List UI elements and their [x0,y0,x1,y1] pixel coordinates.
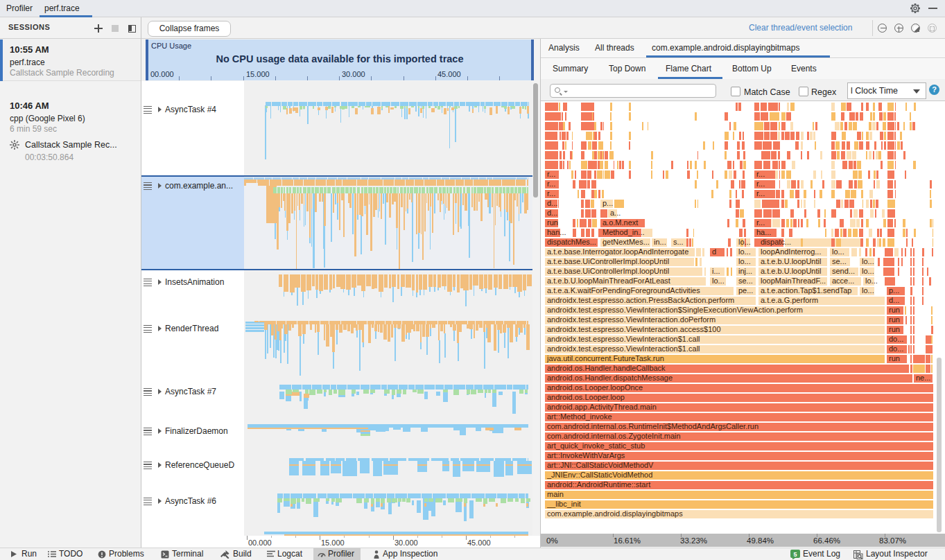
svg-text:ne...: ne... [916,374,930,382]
svg-text:lo...: lo... [862,257,874,265]
svg-text:d...: d... [547,209,557,217]
svg-text:lo...: lo... [738,247,751,256]
svg-text:acce...: acce... [832,277,854,285]
svg-text:a.t.e.a.G.perform: a.t.e.a.G.perform [761,296,818,304]
svg-text:se...: se... [738,277,753,285]
svg-text:run: run [889,306,900,314]
svg-text:java.util.concurrent.FutureTas: java.util.concurrent.FutureTask.run [546,354,664,362]
svg-text:art::JNI::CallStaticVoidMethod: art::JNI::CallStaticVoidMethodV [547,461,654,469]
svg-text:s...: s... [673,238,684,246]
svg-text:com.android.internal.os.Runtim: com.android.internal.os.RuntimeInit$Meth… [547,422,758,430]
svg-text:a.t.e.base.Interrogator.loopAn: a.t.e.base.Interrogator.loopAndInterroga… [547,247,688,256]
svg-text:android::AndroidRuntime::start: android::AndroidRuntime::start [547,480,650,489]
svg-text:han...: han... [547,228,566,236]
svg-text:do...: do... [889,335,903,343]
svg-text:art::InvokeWithVarArgs: art::InvokeWithVarArgs [547,451,625,460]
svg-text:d...: d... [547,199,557,207]
svg-text:android.os.Handler.handleCallb: android.os.Handler.handleCallback [547,364,666,372]
svg-text:r...: r... [756,180,765,188]
svg-text:__libc_init: __libc_init [546,500,581,508]
svg-text:d: d [712,247,716,256]
svg-text:run: run [889,354,900,362]
svg-text:androidx.test.espresso.ViewInt: androidx.test.espresso.ViewInteraction.d… [547,315,716,324]
svg-text:lo...: lo... [712,277,725,285]
svg-text:p...: p... [602,199,613,207]
svg-text:p...: p... [889,286,899,295]
svg-text:android.app.ActivityThread.mai: android.app.ActivityThread.main [547,403,657,411]
svg-text:android.os.Handler.dispatchMes: android.os.Handler.dispatchMessage [547,374,673,382]
svg-text:androidx.test.espresso.ViewInt: androidx.test.espresso.ViewInteraction.a… [547,325,721,333]
svg-text:run: run [889,315,900,324]
svg-text:send...: send... [832,267,855,275]
svg-text:_JNIEnv::CallStaticVoidMethod: _JNIEnv::CallStaticVoidMethod [546,471,652,479]
svg-text:main: main [547,490,564,498]
svg-text:i...: i... [712,267,720,275]
svg-text:a...: a... [610,209,621,217]
svg-text:run: run [889,325,900,333]
svg-text:r...: r... [547,170,555,178]
svg-text:loopAndInterrog...: loopAndInterrog... [761,247,821,256]
svg-text:a.t.e.action.Tap$1.sendTap: a.t.e.action.Tap$1.sendTap [761,286,851,295]
svg-text:lo...: lo... [738,257,751,265]
svg-text:do...: do... [889,344,903,353]
svg-text:Method_in...: Method_in... [602,228,645,236]
svg-text:pe...: pe... [738,286,753,295]
svg-text:r...: r... [756,189,765,198]
svg-text:ha...: ha... [756,228,771,236]
svg-text:art::Method_invoke: art::Method_invoke [547,412,612,421]
svg-text:a.t.e.b.U.loopUntil: a.t.e.b.U.loopUntil [761,257,821,265]
svg-text:androidx.test.espresso.ViewInt: androidx.test.espresso.ViewInteraction$1… [547,335,700,343]
svg-text:android.os.Looper.loop: android.os.Looper.loop [547,393,625,401]
svg-text:androidx.test.espresso.ViewInt: androidx.test.espresso.ViewInteraction$S… [547,306,803,314]
svg-text:a.t.e.a.K.waitForPendingForegr: a.t.e.a.K.waitForPendingForegroundActivi… [547,286,700,295]
svg-text:a.t.e.b.U.loopUntil: a.t.e.b.U.loopUntil [761,267,821,275]
svg-text:androidx.test.espresso.action.: androidx.test.espresso.action.PressBackA… [547,296,734,304]
svg-text:art_quick_invoke_static_stub: art_quick_invoke_static_stub [547,441,645,450]
svg-text:in...: in... [654,238,666,246]
svg-text:androidx.test.espresso.ViewInt: androidx.test.espresso.ViewInteraction$1… [547,344,700,353]
svg-text:5: 5 [793,551,797,558]
svg-text:lo...: lo... [865,277,878,285]
svg-text:run: run [547,218,558,227]
svg-text:inj...: inj... [738,267,752,275]
svg-text:loopMainThreadF...: loopMainThreadF... [761,277,826,285]
svg-text:a.t.e.base.UiControllerImpl.lo: a.t.e.base.UiControllerImpl.loopUntil [547,257,669,265]
svg-text:dispatc...: dispatc... [761,238,791,246]
svg-text:lo...: lo... [862,286,874,295]
svg-text:d...: d... [889,296,899,304]
svg-text:lo...: lo... [862,267,874,275]
svg-text:getNextMes...: getNextMes... [602,238,650,246]
svg-text:com.example.android.displaying: com.example.android.displayingbitmaps [547,509,683,518]
svg-text:a.o.M.next: a.o.M.next [602,218,638,227]
svg-text:dispatchMes...: dispatchMes... [547,238,596,246]
svg-text:lo...: lo... [738,238,751,246]
svg-text:r...: r... [547,189,555,198]
svg-text:r...: r... [547,180,555,188]
svg-text:android.os.Looper.loopOnce: android.os.Looper.loopOnce [547,383,643,392]
svg-text:lo...: lo... [832,247,844,256]
svg-text:r...: r... [756,218,765,227]
svg-text:com.android.internal.os.Zygote: com.android.internal.os.ZygoteInit.main [547,432,681,440]
svg-text:a.t.e.base.UiControllerImpl.lo: a.t.e.base.UiControllerImpl.loopUntil [547,267,669,275]
svg-text:a.t.e.b.U.loopMainThreadForAtL: a.t.e.b.U.loopMainThreadForAtLeast [547,277,670,285]
svg-text:se...: se... [832,257,847,265]
svg-text:r...: r... [756,170,765,178]
